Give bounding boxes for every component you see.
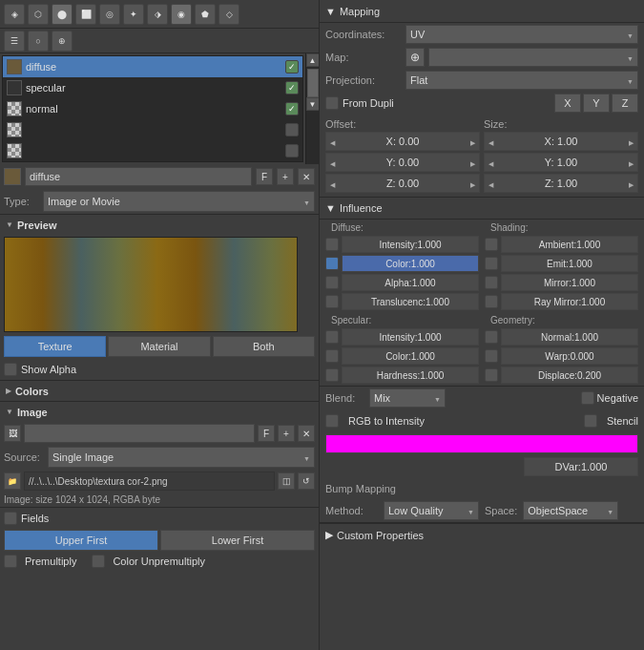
from-dupli-checkbox[interactable] xyxy=(325,96,339,110)
toolbar-icon-6[interactable]: ✦ xyxy=(123,4,144,25)
projection-dropdown[interactable]: Flat xyxy=(405,71,638,90)
image-remove-button[interactable]: ✕ xyxy=(298,425,315,442)
diffuse-color-field[interactable]: Color: 1.000 xyxy=(342,255,479,272)
size-x-field[interactable]: X: 1.00 xyxy=(484,132,638,151)
toolbar-icon-9[interactable]: ⬟ xyxy=(195,4,216,25)
bump-method-select[interactable]: Low Quality xyxy=(384,501,479,520)
texture-check-normal[interactable]: ✓ xyxy=(285,102,299,115)
diffuse-color-swatch[interactable] xyxy=(4,168,21,185)
diffuse-translucenc-checkbox[interactable] xyxy=(325,295,339,308)
texture-check-specular[interactable]: ✓ xyxy=(285,81,299,94)
diffuse-alpha-field[interactable]: Alpha: 1.000 xyxy=(342,274,479,291)
diffuse-name-input[interactable]: diffuse xyxy=(25,167,252,186)
show-alpha-checkbox[interactable] xyxy=(4,363,17,376)
stencil-checkbox[interactable] xyxy=(584,414,597,428)
texture-check-empty1[interactable] xyxy=(285,123,299,136)
coordinates-dropdown[interactable]: UV xyxy=(405,25,638,44)
x-button[interactable]: X xyxy=(554,94,581,113)
source-select[interactable]: Single Image xyxy=(48,447,315,468)
toolbar-icon-13[interactable]: ⊕ xyxy=(52,31,73,52)
toolbar-icon-11[interactable]: ☰ xyxy=(4,31,25,52)
premultiply-checkbox[interactable] xyxy=(4,555,17,568)
texture-item-specular[interactable]: specular ✓ xyxy=(3,77,302,98)
size-z-field[interactable]: Z: 1.00 xyxy=(484,174,638,193)
specular-color-checkbox[interactable] xyxy=(325,349,339,363)
shading-raymirror-field[interactable]: Ray Mirror: 1.000 xyxy=(501,293,638,310)
texture-item-normal[interactable]: normal ✓ xyxy=(3,98,302,119)
influence-header[interactable]: ▼ Influence xyxy=(320,197,644,220)
texture-check-empty2[interactable] xyxy=(285,144,299,157)
mapping-header[interactable]: ▼ Mapping xyxy=(320,0,644,23)
diffuse-alpha-checkbox[interactable] xyxy=(325,276,339,289)
map-icon-button[interactable]: ⊕ xyxy=(405,48,425,67)
colors-section-header[interactable]: ▶ Colors xyxy=(0,380,319,401)
offset-x-field[interactable]: X: 0.00 xyxy=(325,132,480,151)
lower-first-button[interactable]: Lower First xyxy=(160,530,315,551)
upper-first-button[interactable]: Upper First xyxy=(4,530,158,551)
toolbar-icon-5[interactable]: ◎ xyxy=(99,4,120,25)
preview-section-header[interactable]: ▼ Preview xyxy=(0,214,319,235)
texture-item-empty2[interactable] xyxy=(3,140,302,161)
shading-ambient-checkbox[interactable] xyxy=(485,238,498,251)
scroll-thumb[interactable] xyxy=(307,69,319,97)
image-f-button[interactable]: F xyxy=(258,425,275,442)
custom-properties-header[interactable]: ▶ Custom Properties xyxy=(320,523,644,546)
diffuse-intensity-checkbox[interactable] xyxy=(325,238,339,251)
specular-color-field[interactable]: Color: 1.000 xyxy=(342,347,479,365)
add-texture-button[interactable]: + xyxy=(277,168,294,185)
fields-checkbox[interactable] xyxy=(4,512,17,525)
shading-emit-field[interactable]: Emit: 1.000 xyxy=(501,255,638,272)
offset-z-field[interactable]: Z: 0.00 xyxy=(325,174,480,193)
specular-hardness-checkbox[interactable] xyxy=(325,368,339,382)
geometry-displace-checkbox[interactable] xyxy=(485,368,498,382)
image-filename-input[interactable]: textura cor.png xyxy=(24,424,255,443)
tab-material-button[interactable]: Material xyxy=(108,336,210,357)
geometry-normal-field[interactable]: Normal: 1.000 xyxy=(501,328,638,346)
toolbar-icon-4[interactable]: ⬜ xyxy=(75,4,96,25)
toolbar-icon-2[interactable]: ⬡ xyxy=(28,4,49,25)
blend-select[interactable]: Mix xyxy=(369,388,446,408)
shading-emit-checkbox[interactable] xyxy=(485,257,498,270)
tab-both-button[interactable]: Both xyxy=(213,336,315,357)
negative-checkbox[interactable] xyxy=(581,391,594,405)
geometry-displace-field[interactable]: Displace: 0.200 xyxy=(501,367,638,384)
f-button[interactable]: F xyxy=(256,168,273,185)
texture-item-empty1[interactable] xyxy=(3,119,302,140)
toolbar-icon-8[interactable]: ◉ xyxy=(171,4,192,25)
toolbar-icon-7[interactable]: ⬗ xyxy=(147,4,168,25)
map-dropdown[interactable] xyxy=(428,48,638,67)
geometry-warp-checkbox[interactable] xyxy=(485,349,498,363)
image-browse-button[interactable]: + xyxy=(278,425,295,442)
texture-list-scrollbar[interactable]: ▲ ▼ xyxy=(305,53,319,164)
filepath-browse-button[interactable]: ◫ xyxy=(278,472,295,490)
specular-intensity-field[interactable]: Intensity: 1.000 xyxy=(342,328,479,346)
toolbar-icon-1[interactable]: ◈ xyxy=(4,4,25,25)
specular-intensity-checkbox[interactable] xyxy=(325,330,339,344)
filepath-reload-button[interactable]: ↺ xyxy=(298,472,315,490)
color-unpremultiply-checkbox[interactable] xyxy=(92,555,105,568)
tab-texture-button[interactable]: Texture xyxy=(4,336,106,357)
texture-item-diffuse[interactable]: diffuse ✓ xyxy=(3,56,302,77)
texture-check-diffuse[interactable]: ✓ xyxy=(285,60,299,73)
diffuse-intensity-field[interactable]: Intensity: 1.000 xyxy=(342,236,479,253)
dvar-field[interactable]: DVar: 1.000 xyxy=(524,457,638,476)
image-section-header[interactable]: ▼ Image xyxy=(0,401,319,422)
scroll-up-button[interactable]: ▲ xyxy=(306,53,320,67)
remove-texture-button[interactable]: ✕ xyxy=(298,168,315,185)
toolbar-icon-3[interactable]: ⬤ xyxy=(52,4,73,25)
geometry-normal-checkbox[interactable] xyxy=(485,330,498,344)
color-bar[interactable] xyxy=(325,434,638,453)
size-y-field[interactable]: Y: 1.00 xyxy=(484,153,638,172)
scroll-down-button[interactable]: ▼ xyxy=(306,97,320,111)
geometry-warp-field[interactable]: Warp: 0.000 xyxy=(501,347,638,365)
offset-y-field[interactable]: Y: 0.00 xyxy=(325,153,480,172)
shading-mirror-checkbox[interactable] xyxy=(485,276,498,289)
toolbar-icon-12[interactable]: ○ xyxy=(28,31,49,52)
shading-ambient-field[interactable]: Ambient: 1.000 xyxy=(501,236,638,253)
diffuse-color-checkbox[interactable] xyxy=(325,257,339,270)
rgb-intensity-checkbox[interactable] xyxy=(325,414,339,428)
y-button[interactable]: Y xyxy=(583,94,610,113)
specular-hardness-field[interactable]: Hardness: 1.000 xyxy=(342,367,479,384)
type-select[interactable]: Image or Movie xyxy=(43,191,315,212)
shading-mirror-field[interactable]: Mirror: 1.000 xyxy=(501,274,638,291)
